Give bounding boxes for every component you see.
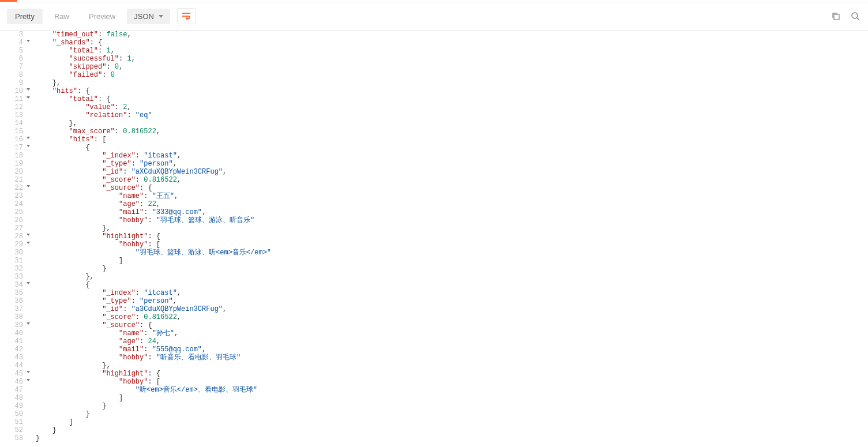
code-line: } — [36, 265, 271, 273]
line-number: 51 — [0, 418, 28, 426]
line-number: 37 — [0, 305, 28, 313]
code-line: "hobby": [ — [36, 378, 271, 386]
code-line: }, — [36, 119, 271, 127]
code-line: "hits": [ — [36, 136, 271, 144]
code-line: "mail": "333@qq.com", — [36, 208, 271, 216]
code-line: "name": "王五", — [36, 192, 271, 200]
code-line: "听<em>音乐</em>、看电影、羽毛球" — [36, 386, 271, 394]
line-number: 20 — [0, 168, 28, 176]
line-number: 50 — [0, 410, 28, 418]
chevron-down-icon — [159, 15, 163, 18]
code-line: "_shards": { — [36, 39, 271, 47]
code-line: "_source": { — [36, 184, 271, 192]
line-number: 30 — [0, 249, 28, 257]
code-line: "hobby": "羽毛球、篮球、游泳、听音乐" — [36, 216, 271, 224]
wrap-lines-button[interactable] — [177, 8, 196, 24]
code-line: "_id": "a3CduXQBYpWein3CRFug", — [36, 305, 271, 313]
code-line: "age": 24, — [36, 337, 271, 345]
code-line: }, — [36, 79, 271, 87]
code-line: "_type": "person", — [36, 297, 271, 305]
line-number: 29 — [0, 241, 28, 249]
code-line: "successful": 1, — [36, 55, 271, 63]
line-number: 32 — [0, 265, 28, 273]
line-number: 38 — [0, 313, 28, 321]
code-line: } — [36, 426, 271, 434]
code-line: { — [36, 281, 271, 289]
line-number: 9 — [0, 79, 28, 87]
line-number: 11 — [0, 95, 28, 103]
line-number: 44 — [0, 362, 28, 370]
line-number: 33 — [0, 273, 28, 281]
raw-tab[interactable]: Raw — [46, 9, 77, 24]
format-dropdown[interactable]: JSON — [127, 9, 170, 24]
copy-button[interactable] — [830, 10, 841, 22]
code-line: "total": { — [36, 95, 271, 103]
code-line: ] — [36, 418, 271, 426]
code-line: } — [36, 402, 271, 410]
code-line: "highlight": { — [36, 370, 271, 378]
search-icon — [851, 12, 860, 21]
line-number: 22 — [0, 184, 28, 192]
line-number: 27 — [0, 224, 28, 232]
pretty-tab[interactable]: Pretty — [7, 9, 43, 24]
code-line: "_type": "person", — [36, 160, 271, 168]
line-number: 39 — [0, 321, 28, 329]
line-number: 17 — [0, 144, 28, 152]
format-dropdown-label: JSON — [134, 12, 154, 21]
line-number: 31 — [0, 257, 28, 265]
line-number: 46 — [0, 378, 28, 386]
line-number: 26 — [0, 216, 28, 224]
line-number: 12 — [0, 103, 28, 111]
line-number: 49 — [0, 402, 28, 410]
line-number: 28 — [0, 232, 28, 241]
line-number: 6 — [0, 55, 28, 63]
svg-rect-0 — [834, 14, 839, 20]
code-line: { — [36, 144, 271, 152]
code-line: "max_score": 0.816522, — [36, 127, 271, 136]
code-line: }, — [36, 224, 271, 232]
code-line: "hits": { — [36, 87, 271, 95]
search-button[interactable] — [850, 10, 861, 22]
code-line: } — [36, 410, 271, 418]
line-number-gutter: 3456789101112131415161718192021222324252… — [0, 31, 28, 442]
wrap-icon — [182, 12, 191, 20]
line-number: 35 — [0, 289, 28, 297]
line-number: 52 — [0, 426, 28, 434]
code-line: }, — [36, 273, 271, 281]
code-line: ] — [36, 257, 271, 265]
copy-icon — [831, 12, 840, 21]
code-line: "name": "孙七", — [36, 329, 271, 337]
code-line: "_id": "aXCduXQBYpWein3CRFug", — [36, 168, 271, 176]
line-number: 40 — [0, 329, 28, 337]
line-number: 34 — [0, 281, 28, 289]
code-line: "_score": 0.816522, — [36, 176, 271, 184]
code-line: "failed": 0 — [36, 71, 271, 79]
code-line: "age": 22, — [36, 200, 271, 208]
line-number: 36 — [0, 297, 28, 305]
code-line: "hobby": [ — [36, 241, 271, 249]
line-number: 48 — [0, 394, 28, 402]
code-line: "highlight": { — [36, 232, 271, 241]
code-content[interactable]: "timed_out": false, "_shards": { "total"… — [28, 31, 271, 442]
code-line: "timed_out": false, — [36, 31, 271, 39]
code-line: }, — [36, 362, 271, 370]
preview-tab[interactable]: Preview — [81, 9, 123, 24]
line-number: 16 — [0, 136, 28, 144]
line-number: 10 — [0, 87, 28, 95]
code-line: "skipped": 0, — [36, 63, 271, 71]
code-line: "mail": "555@qq.com", — [36, 345, 271, 354]
line-number: 13 — [0, 111, 28, 119]
response-toolbar: Pretty Raw Preview JSON — [0, 2, 868, 31]
svg-point-1 — [852, 13, 858, 18]
line-number: 24 — [0, 200, 28, 208]
line-number: 53 — [0, 434, 28, 442]
code-line: } — [36, 434, 271, 442]
code-line: "relation": "eq" — [36, 111, 271, 119]
line-number: 18 — [0, 152, 28, 160]
code-line: "_score": 0.816522, — [36, 313, 271, 321]
code-viewer: 3456789101112131415161718192021222324252… — [0, 31, 868, 442]
code-line: "_source": { — [36, 321, 271, 329]
line-number: 41 — [0, 337, 28, 345]
code-line: "_index": "itcast", — [36, 289, 271, 297]
line-number: 43 — [0, 354, 28, 362]
